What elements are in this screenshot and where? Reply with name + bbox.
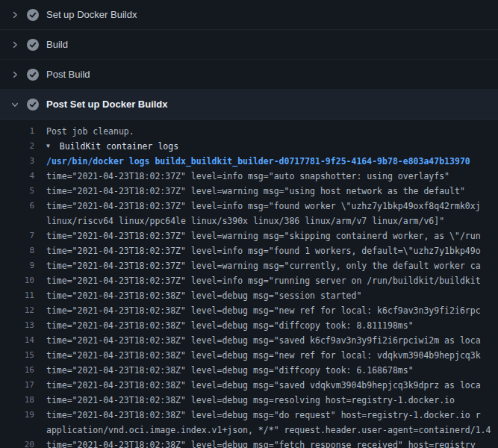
log-line-text: time="2021-04-23T18:02:38Z" level=debug … bbox=[46, 333, 481, 348]
step-section-header[interactable]: Set up Docker Buildx bbox=[0, 0, 498, 30]
check-circle-icon bbox=[27, 69, 39, 81]
log-line-number[interactable]: 7 bbox=[0, 228, 42, 243]
log-line: 18 ▼ time="2021-04-23T18:02:38Z" level=d… bbox=[0, 393, 498, 408]
log-line-text: time="2021-04-23T18:02:37Z" level=info m… bbox=[46, 169, 449, 184]
group-expanded-icon: ▼ bbox=[46, 139, 50, 154]
log-line: 7 ▼ time="2021-04-23T18:02:37Z" level=wa… bbox=[0, 228, 498, 243]
log-line-text: time="2021-04-23T18:02:38Z" level=debug … bbox=[46, 303, 481, 318]
step-title: Set up Docker Buildx bbox=[46, 9, 137, 20]
log-line-number[interactable]: 2 bbox=[0, 139, 42, 154]
log-line-number[interactable] bbox=[0, 423, 42, 438]
log-line-text: time="2021-04-23T18:02:37Z" level=info m… bbox=[46, 243, 481, 258]
log-group-toggle[interactable]: 2 ▼ BuildKit container logs bbox=[0, 139, 498, 154]
log-line-number[interactable]: 3 bbox=[0, 154, 42, 169]
log-line-number[interactable]: 19 bbox=[0, 408, 42, 423]
log-line-text: Post job cleanup. bbox=[46, 124, 134, 139]
chevron-right-icon bbox=[10, 40, 19, 49]
chevron-right-icon bbox=[10, 10, 19, 19]
log-line-text: time="2021-04-23T18:02:37Z" level=warnin… bbox=[46, 184, 465, 199]
log-line-number[interactable]: 15 bbox=[0, 348, 42, 363]
log-line-text: BuildKit container logs bbox=[60, 139, 178, 154]
log-line: 14 ▼ time="2021-04-23T18:02:38Z" level=d… bbox=[0, 333, 498, 348]
step-title: Post Set up Docker Buildx bbox=[46, 99, 168, 110]
log-line: 9 ▼ time="2021-04-23T18:02:37Z" level=wa… bbox=[0, 258, 498, 273]
log-line: 4 ▼ time="2021-04-23T18:02:37Z" level=in… bbox=[0, 169, 498, 184]
log-line-text: time="2021-04-23T18:02:38Z" level=debug … bbox=[46, 363, 414, 378]
log-line-text: time="2021-04-23T18:02:38Z" level=debug … bbox=[46, 378, 481, 393]
workflow-log-viewer: Set up Docker Buildx Build Post Build Po… bbox=[0, 0, 498, 448]
log-line: 19 ▼ time="2021-04-23T18:02:38Z" level=d… bbox=[0, 408, 498, 423]
log-line-text: time="2021-04-23T18:02:38Z" level=debug … bbox=[46, 318, 414, 333]
check-circle-icon bbox=[27, 99, 39, 111]
log-line-text: time="2021-04-23T18:02:37Z" level=warnin… bbox=[46, 228, 481, 243]
log-line: ▼ application/vnd.oci.image.index.v1+jso… bbox=[0, 423, 498, 438]
log-line: 1 ▼ Post job cleanup. bbox=[0, 124, 498, 139]
log-line-text: linux/riscv64 linux/ppc64le linux/s390x … bbox=[46, 214, 444, 228]
log-line-text: /usr/bin/docker logs buildx_buildkit_bui… bbox=[46, 154, 470, 169]
log-line-number[interactable]: 4 bbox=[0, 169, 42, 184]
log-output: 1 ▼ Post job cleanup. 2 ▼ BuildKit conta… bbox=[0, 119, 498, 448]
log-line: 13 ▼ time="2021-04-23T18:02:38Z" level=d… bbox=[0, 318, 498, 333]
log-line-number[interactable]: 16 bbox=[0, 363, 42, 378]
log-line-number[interactable]: 9 bbox=[0, 258, 42, 273]
log-line-number[interactable]: 11 bbox=[0, 288, 42, 303]
log-line: 8 ▼ time="2021-04-23T18:02:37Z" level=in… bbox=[0, 243, 498, 258]
log-line-text: time="2021-04-23T18:02:37Z" level=info m… bbox=[46, 273, 481, 288]
log-line-number[interactable]: 20 bbox=[0, 438, 42, 448]
log-line-text: application/vnd.oci.image.index.v1+json,… bbox=[46, 423, 491, 438]
log-line: 5 ▼ time="2021-04-23T18:02:37Z" level=wa… bbox=[0, 184, 498, 199]
step-section-header[interactable]: Post Build bbox=[0, 60, 498, 90]
log-line-number[interactable]: 14 bbox=[0, 333, 42, 348]
log-line: 6 ▼ time="2021-04-23T18:02:37Z" level=in… bbox=[0, 199, 498, 214]
log-line-text: time="2021-04-23T18:02:38Z" level=debug … bbox=[46, 348, 481, 363]
log-line-text: time="2021-04-23T18:02:38Z" level=debug … bbox=[46, 288, 361, 303]
log-line-number[interactable] bbox=[0, 214, 42, 228]
log-line: 11 ▼ time="2021-04-23T18:02:38Z" level=d… bbox=[0, 288, 498, 303]
log-line-number[interactable]: 8 bbox=[0, 243, 42, 258]
step-title: Post Build bbox=[46, 69, 90, 80]
log-line: 16 ▼ time="2021-04-23T18:02:38Z" level=d… bbox=[0, 363, 498, 378]
log-line-text: time="2021-04-23T18:02:37Z" level=warnin… bbox=[46, 258, 481, 273]
log-line: 12 ▼ time="2021-04-23T18:02:38Z" level=d… bbox=[0, 303, 498, 318]
log-line: 15 ▼ time="2021-04-23T18:02:38Z" level=d… bbox=[0, 348, 498, 363]
log-line: ▼ linux/riscv64 linux/ppc64le linux/s390… bbox=[0, 214, 498, 228]
log-line-number[interactable]: 5 bbox=[0, 184, 42, 199]
step-section-list: Set up Docker Buildx Build Post Build Po… bbox=[0, 0, 498, 119]
log-command-line: 3 ▼ /usr/bin/docker logs buildx_buildkit… bbox=[0, 154, 498, 169]
step-section-header[interactable]: Post Set up Docker Buildx bbox=[0, 90, 498, 119]
log-line-number[interactable]: 17 bbox=[0, 378, 42, 393]
log-line-number[interactable]: 18 bbox=[0, 393, 42, 408]
log-line: 10 ▼ time="2021-04-23T18:02:37Z" level=i… bbox=[0, 273, 498, 288]
log-line-text: time="2021-04-23T18:02:38Z" level=debug … bbox=[46, 438, 476, 448]
log-line-number[interactable]: 12 bbox=[0, 303, 42, 318]
log-line-number[interactable]: 13 bbox=[0, 318, 42, 333]
log-line-number[interactable]: 6 bbox=[0, 199, 42, 214]
step-section-header[interactable]: Build bbox=[0, 30, 498, 60]
step-title: Build bbox=[46, 39, 68, 50]
log-line-text: time="2021-04-23T18:02:38Z" level=debug … bbox=[46, 408, 481, 423]
log-line: 20 ▼ time="2021-04-23T18:02:38Z" level=d… bbox=[0, 438, 498, 448]
chevron-right-icon bbox=[10, 70, 19, 79]
check-circle-icon bbox=[27, 9, 39, 21]
log-line-number[interactable]: 10 bbox=[0, 273, 42, 288]
log-line-text: time="2021-04-23T18:02:38Z" level=debug … bbox=[46, 393, 455, 408]
check-circle-icon bbox=[27, 39, 39, 51]
log-line-text: time="2021-04-23T18:02:37Z" level=info m… bbox=[46, 199, 481, 214]
chevron-down-icon bbox=[10, 100, 19, 109]
log-line-number[interactable]: 1 bbox=[0, 124, 42, 139]
log-line: 17 ▼ time="2021-04-23T18:02:38Z" level=d… bbox=[0, 378, 498, 393]
